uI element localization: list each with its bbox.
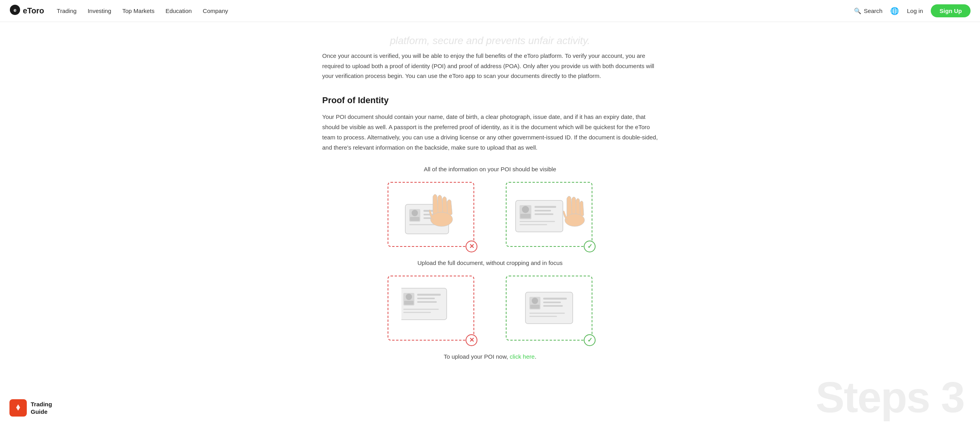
good-example-2: ✓ — [506, 276, 592, 341]
search-label: Search — [864, 7, 883, 14]
body-text: Your POI document should contain your na… — [322, 112, 658, 153]
good-example-1: ✓ — [506, 182, 592, 247]
caption-1: All of the information on your POI shoul… — [322, 166, 658, 172]
logo-icon: e — [9, 4, 20, 18]
bad-border-1 — [388, 182, 474, 247]
logo-text: eToro — [23, 6, 44, 15]
nav-company[interactable]: Company — [203, 7, 228, 14]
nav-trading[interactable]: Trading — [57, 7, 76, 14]
nav-top-markets[interactable]: Top Markets — [122, 7, 154, 14]
watermark: Steps 3 — [816, 372, 964, 391]
bad-example-1: ✕ — [388, 182, 474, 247]
section-title: Proof of Identity — [322, 95, 658, 106]
upload-link[interactable]: click here — [510, 353, 535, 360]
search-button[interactable]: 🔍 Search — [854, 7, 883, 15]
blurred-heading: platform, secure and prevents unfair act… — [322, 35, 658, 47]
upload-text-before: To upload your POI now, — [444, 353, 508, 360]
svg-text:e: e — [13, 7, 16, 13]
signup-button[interactable]: Sign Up — [931, 4, 971, 17]
caption-2: Upload the full document, without croppi… — [322, 259, 658, 266]
bad-border-2 — [388, 276, 474, 341]
bad-example-2: ✕ — [388, 276, 474, 341]
navbar: e eToro Trading Investing Top Markets Ed… — [0, 0, 980, 22]
upload-text: To upload your POI now, click here. — [322, 353, 658, 360]
nav-right: 🔍 Search 🌐 Log in Sign Up — [854, 4, 971, 17]
good-border-1 — [506, 182, 592, 247]
globe-icon[interactable]: 🌐 — [890, 7, 899, 15]
nav-investing[interactable]: Investing — [87, 7, 111, 14]
nav-links: Trading Investing Top Markets Education … — [57, 7, 841, 14]
good-badge-2: ✓ — [584, 334, 596, 346]
good-badge-1: ✓ — [584, 241, 596, 252]
upload-text-after: . — [535, 353, 536, 360]
intro-paragraph: Once your account is verified, you will … — [322, 51, 658, 81]
logo[interactable]: e eToro — [9, 4, 44, 18]
search-icon: 🔍 — [854, 7, 861, 15]
nav-education[interactable]: Education — [165, 7, 192, 14]
examples-row-1: ✕ — [322, 182, 658, 247]
bad-badge-2: ✕ — [466, 334, 477, 346]
bad-badge-1: ✕ — [466, 241, 477, 252]
content-wrapper: platform, secure and prevents unfair act… — [313, 22, 667, 391]
good-border-2 — [506, 276, 592, 341]
login-button[interactable]: Log in — [907, 7, 923, 14]
examples-row-2: ✕ ✓ — [322, 276, 658, 341]
